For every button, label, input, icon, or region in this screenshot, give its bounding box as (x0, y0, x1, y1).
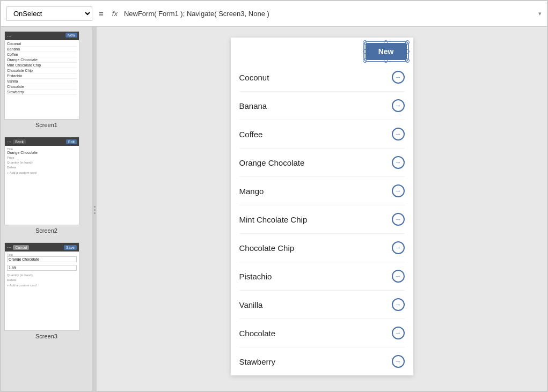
s3-title-input[interactable] (7, 256, 77, 262)
phone-frame: New Coconut → Banana → Coffee → (231, 38, 413, 375)
list-item-arrow[interactable]: → (392, 184, 405, 197)
list-item-arrow[interactable]: → (392, 355, 405, 368)
formula-input[interactable] (124, 10, 534, 18)
list-item-mint-chcolate-chip[interactable]: Mint Chcolate Chip → (239, 205, 405, 234)
detail-title-val: Orange Chocolate (7, 151, 77, 154)
screen2-detail: Title Orange Chocolate Price Quantity (i… (5, 146, 79, 176)
list-item-text: Stawberry (239, 357, 276, 366)
s3-qty-row: Quantity (in hand) (7, 273, 77, 277)
detail-del-row: Delete (7, 166, 77, 169)
list-item-coffee[interactable]: Coffee → (239, 120, 405, 149)
screen2-add-card: + Add a custom card (7, 171, 77, 174)
screen2-edit-btn[interactable]: Edit (66, 139, 77, 144)
s3-qty-label: Quantity (in hand) (7, 273, 77, 277)
screen1-label: Screen1 (4, 122, 89, 128)
list-item-coconut[interactable]: Coconut → (239, 63, 405, 92)
s3-title-row: Title (7, 253, 77, 263)
list-item: Vanilla (7, 79, 77, 84)
screen2-header: ··· Back Edit (5, 137, 79, 146)
main-layout: ··· New Coconut Banana Coffee Orange Cho… (1, 27, 547, 392)
event-selector[interactable]: OnSelect (6, 6, 92, 21)
list-item-arrow[interactable]: → (392, 128, 405, 140)
new-button[interactable]: New (366, 43, 407, 60)
screen3-detail: Title Quantity (in hand) Delete + Add a … (5, 252, 79, 289)
list-item-arrow[interactable]: → (392, 270, 405, 283)
resize-handle[interactable] (92, 27, 97, 392)
fx-label: fx (110, 10, 120, 18)
list-item-arrow[interactable]: → (392, 156, 405, 169)
list-item-text: Chocolate (239, 329, 276, 338)
resize-dots (94, 206, 96, 214)
formula-bar: OnSelect = fx ▾ (1, 1, 547, 27)
list-item-arrow[interactable]: → (392, 298, 405, 311)
list-item-mango[interactable]: Mango → (239, 177, 405, 205)
list-item-pistachio[interactable]: Pistachio → (239, 262, 405, 291)
list-item-chocolate[interactable]: Chocolate → (239, 319, 405, 347)
screen3-frame: ··· Cancel Save Title Quantity (in hand) (4, 242, 79, 331)
screen3-save-btn[interactable]: Save (64, 245, 77, 250)
list-item: Coconut (7, 41, 77, 47)
screen2-dots: ··· (7, 139, 11, 145)
screen1-frame: ··· New Coconut Banana Coffee Orange Cho… (4, 31, 79, 120)
list-item: Orange Chocolate (7, 57, 77, 63)
list-item-orange-chocolate[interactable]: Orange Chocolate → (239, 149, 405, 177)
list-item-chocolate-chip[interactable]: Chocolate Chip → (239, 234, 405, 262)
phone-header: New (231, 38, 413, 63)
list-item-arrow[interactable]: → (392, 71, 405, 84)
screen2-frame: ··· Back Edit Title Orange Chocolate Pri… (4, 137, 79, 225)
detail-qty-row: Quantity (in hand) (7, 161, 77, 164)
list-item-banana[interactable]: Banana → (239, 92, 405, 120)
screen2-thumbnail[interactable]: ··· Back Edit Title Orange Chocolate Pri… (4, 137, 89, 234)
formula-dropdown-icon[interactable]: ▾ (538, 10, 542, 17)
screen3-header: ··· Cancel Save (5, 243, 79, 252)
detail-price-label: Price (7, 156, 77, 159)
list-item-text: Mint Chcolate Chip (239, 215, 308, 224)
equals-symbol: = (97, 9, 106, 18)
screen3-cancel-btn[interactable]: Cancel (13, 245, 29, 250)
screen3-label: Screen3 (4, 333, 89, 339)
list-item: Coffee (7, 52, 77, 57)
detail-price-row: Price (7, 156, 77, 159)
list-items-container: Coconut → Banana → Coffee → Orange Choco… (231, 63, 413, 375)
screen3-dots: ··· (7, 245, 11, 250)
list-item-text: Coconut (239, 73, 269, 82)
canvas-area: New Coconut → Banana → Coffee → (97, 27, 547, 392)
resize-dot (94, 212, 96, 214)
list-item-text: Chocolate Chip (239, 243, 295, 253)
detail-title-row: Title Orange Chocolate (7, 147, 77, 154)
s3-del-row: Delete (7, 278, 77, 282)
screen2-back-btn[interactable]: Back (13, 139, 26, 144)
list-item-text: Vanilla (239, 300, 263, 309)
resize-dot (94, 209, 96, 211)
screen1-dots: ··· (7, 33, 11, 39)
screen3-thumbnail[interactable]: ··· Cancel Save Title Quantity (in hand) (4, 242, 89, 339)
list-item-arrow[interactable]: → (392, 241, 405, 254)
list-item-arrow[interactable]: → (392, 99, 405, 112)
list-item: Chocolate (7, 84, 77, 90)
screen1-list: Coconut Banana Coffee Orange Chocolate M… (5, 40, 79, 96)
list-item-text: Mango (239, 187, 264, 196)
list-item-stawberry[interactable]: Stawberry → (239, 347, 405, 375)
list-item-text: Orange Chocolate (239, 158, 305, 167)
list-item-arrow[interactable]: → (392, 213, 405, 226)
list-item-text: Banana (239, 101, 267, 110)
list-item-text: Coffee (239, 130, 263, 139)
new-button-container: New (366, 43, 407, 60)
list-item-arrow[interactable]: → (392, 327, 405, 339)
screen1-thumbnail[interactable]: ··· New Coconut Banana Coffee Orange Cho… (4, 31, 89, 128)
s3-del-label: Delete (7, 278, 77, 282)
list-item: Mint Chocolate Chip (7, 63, 77, 68)
list-item-vanilla[interactable]: Vanilla → (239, 291, 405, 319)
screen1-new-btn[interactable]: New (65, 33, 77, 38)
list-item: Pistachio (7, 73, 77, 79)
screen2-label: Screen2 (4, 227, 89, 234)
s3-price-input[interactable] (7, 265, 77, 271)
list-item-text: Pistachio (239, 272, 272, 281)
screen1-header: ··· New (5, 32, 79, 40)
list-item: Chocolate Chip (7, 68, 77, 73)
list-item: Stawberry (7, 90, 77, 95)
resize-dot (94, 206, 96, 208)
screen3-add-card: + Add a custom card (7, 284, 77, 287)
list-item: Banana (7, 47, 77, 52)
sidebar: ··· New Coconut Banana Coffee Orange Cho… (1, 27, 92, 392)
